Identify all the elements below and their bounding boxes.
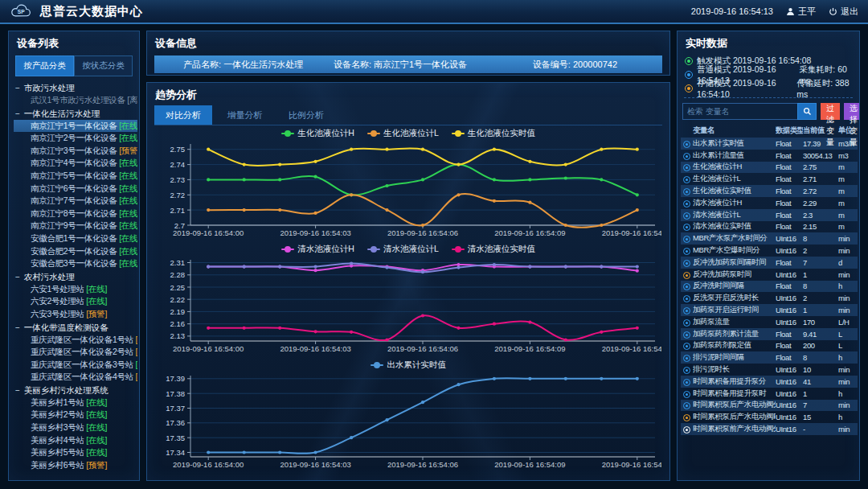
device-group[interactable]: −一体化生活污水处理 (14, 107, 137, 120)
device-item-name: 武汉1号市政污水处理设备 (31, 95, 127, 105)
legend-item[interactable]: 清水池液位实时值 (452, 244, 535, 255)
tab-by-product[interactable]: 按产品分类 (15, 55, 74, 76)
variable-row[interactable]: 时间累积泵前产水电动阀分UInt16-min (681, 423, 858, 435)
variable-type: Float (776, 173, 803, 185)
variable-row[interactable]: 清水池液位实时值Float2.15m (681, 221, 858, 233)
device-status-badge: [离线] (127, 95, 137, 105)
device-item[interactable]: 南京江宁8号一体化设备 [在线] (14, 208, 137, 220)
variable-row[interactable]: 时间累积泵后产水电动阀分UInt167min (681, 400, 858, 412)
device-item[interactable]: 南京江宁6号一体化设备 [在线] (14, 183, 137, 195)
device-item[interactable]: 南京江宁9号一体化设备 [在线] (14, 220, 137, 232)
device-group[interactable]: −美丽乡村污水处理系统 (14, 384, 137, 397)
variable-row[interactable]: 加药泵流量UInt16170L/H (681, 316, 858, 328)
device-group[interactable]: −一体化带温度检测设备 (14, 321, 137, 334)
device-item[interactable]: 南京江宁4号一体化设备 [在线] (14, 157, 137, 170)
variable-row[interactable]: 时间累积备用提升泵时UInt161h (681, 388, 858, 400)
tab-compare-analysis[interactable]: 对比分析 (154, 105, 212, 125)
variable-row[interactable]: 清水池液位计LFloat2.3m (681, 209, 858, 221)
legend-marker-icon (367, 130, 380, 137)
variable-row[interactable]: 清水池液位计HFloat2.29m (681, 197, 858, 209)
logout-button[interactable]: 退出 (829, 6, 858, 18)
header-datetime: 2019-09-16 16:54:13 (691, 6, 773, 16)
tab-by-status[interactable]: 按状态分类 (74, 55, 133, 76)
device-status-badge: [在线] (119, 208, 137, 218)
legend-item[interactable]: 生化池液位计H (281, 128, 354, 139)
device-group[interactable]: −市政污水处理 (14, 81, 137, 94)
device-item[interactable]: 六安3号处理站 [预警] (14, 308, 137, 321)
device-group[interactable]: −农村污水处理 (14, 270, 137, 283)
search-button[interactable] (797, 103, 817, 120)
device-item[interactable]: 重庆武隆区一体化设备2号站 [预警] (14, 346, 137, 359)
device-item[interactable]: 安徽合肥3号一体化设备 [在线] (14, 257, 137, 270)
legend-item[interactable]: 清水池液位计H (281, 244, 354, 255)
device-item[interactable]: 南京江宁2号一体化设备 [在线] (14, 132, 137, 145)
variable-row[interactable]: 反洗泵开启反洗时长UInt162min (681, 292, 858, 304)
device-list-title: 设备列表 (9, 31, 139, 54)
variable-row[interactable]: MBR产水空爆时间分UInt162min (681, 244, 858, 257)
variable-type: Float (776, 221, 803, 233)
variable-row[interactable]: 反冲洗时间间隔Float8h (681, 281, 858, 293)
chart-1: 生化池液位计H生化池液位计L生化池液位实时值2.72.712.722.732.7… (154, 127, 663, 241)
variable-row[interactable]: 出水累计流量值Float30054.13m3 (681, 150, 858, 162)
svg-text:2019-09-16 16:54:00: 2019-09-16 16:54:00 (173, 460, 244, 469)
variable-name: 出水累计流量值 (693, 150, 776, 162)
variable-row[interactable]: 生化池液位计HFloat2.75m (681, 162, 858, 174)
variable-row[interactable]: 时间累积泵后产水电动阀时UInt1615h (681, 411, 858, 423)
search-input[interactable] (682, 103, 797, 120)
device-item[interactable]: 重庆武隆区一体化设备1号站 [预警] (14, 334, 137, 347)
device-item[interactable]: 南京江宁3号一体化设备 [预警] (14, 145, 137, 158)
device-item[interactable]: 美丽乡村2号站 [在线] (14, 409, 137, 421)
collapse-icon[interactable]: − (15, 84, 20, 92)
device-item[interactable]: 六安1号处理站 [在线] (14, 283, 137, 296)
collapse-icon[interactable]: − (15, 386, 20, 395)
variable-row[interactable]: 时间累积备用提升泵分UInt1641min (681, 376, 858, 388)
variable-unit: min (838, 292, 858, 304)
variable-icon (683, 402, 690, 409)
svg-text:2019-09-16 16:54:03: 2019-09-16 16:54:03 (280, 228, 350, 237)
device-item[interactable]: 安徽合肥1号一体化设备 [在线] (14, 232, 137, 245)
device-item[interactable]: 美丽乡村6号站 [预警] (14, 459, 137, 472)
device-item[interactable]: 美丽乡村4号站 [在线] (14, 434, 137, 447)
device-item[interactable]: 重庆武隆区一体化设备3号站 [在线] (14, 359, 137, 372)
variable-icon (683, 355, 690, 362)
variable-row[interactable]: 加药泵药剂限定值Float200L (681, 340, 858, 352)
filter-variables-button[interactable]: 过滤变量 (821, 103, 840, 120)
variable-row[interactable]: 生化池液位实时值Float2.72m (681, 185, 858, 197)
device-item[interactable]: 美丽乡村1号站 [在线] (14, 397, 137, 409)
variable-name: 反冲洗加药泵时间 (693, 269, 776, 281)
collapse-icon[interactable]: − (15, 109, 20, 118)
device-item[interactable]: 南京江宁1号一体化设备 [在线] (14, 120, 137, 133)
header-user[interactable]: 王平 (786, 6, 816, 18)
variable-type: Float (776, 340, 803, 352)
variable-row[interactable]: MBR产水泵产水时间分UInt168min (681, 232, 858, 244)
device-item[interactable]: 美丽乡村3号站 [在线] (14, 421, 137, 434)
variable-row[interactable]: 排污泥时长UInt1610min (681, 364, 858, 376)
device-item[interactable]: 武汉1号市政污水处理设备 [离线] (14, 94, 137, 107)
svg-text:2019-09-16 16:54:06: 2019-09-16 16:54:06 (387, 228, 458, 237)
variable-row[interactable]: 反冲洗加药泵时间UInt161min (681, 269, 858, 281)
variable-value: 30054.13 (803, 150, 838, 162)
variable-row[interactable]: 反冲洗加药泵间隔时间Float7d (681, 257, 858, 269)
device-item[interactable]: 重庆武隆区一体化设备4号站 [预警] (14, 371, 137, 384)
collapse-icon[interactable]: − (15, 323, 20, 332)
device-item[interactable]: 美丽乡村5号站 [在线] (14, 446, 137, 459)
legend-item[interactable]: 清水池液位计L (367, 244, 439, 255)
legend-item[interactable]: 生化池液位计L (367, 128, 439, 139)
legend-item[interactable]: 生化池液位实时值 (452, 128, 535, 139)
device-item[interactable]: 南京江宁7号一体化设备 [在线] (14, 195, 137, 208)
variable-icon (683, 153, 690, 160)
variable-row[interactable]: 加药泵药剂累计流量Float9.41L (681, 328, 858, 340)
tab-ratio-analysis[interactable]: 比例分析 (277, 105, 335, 125)
variable-row[interactable]: 生化池液位计LFloat2.71m (681, 173, 858, 185)
device-item[interactable]: 安徽合肥2号一体化设备 [在线] (14, 245, 137, 258)
device-item[interactable]: 南京江宁5号一体化设备 [在线] (14, 170, 137, 183)
tab-increment-analysis[interactable]: 增量分析 (215, 105, 273, 125)
select-variables-button[interactable]: 选择变量 (844, 103, 860, 120)
collapse-icon[interactable]: − (15, 273, 20, 281)
device-item[interactable]: 六安2号处理站 [在线] (14, 295, 137, 308)
device-item-name: 美丽乡村6号站 (31, 460, 86, 470)
legend-item[interactable]: 出水累计实时值 (371, 360, 446, 371)
variable-row[interactable]: 排污泥时间间隔Float8h (681, 351, 858, 364)
chart-legend: 清水池液位计H清水池液位计L清水池液位实时值 (154, 243, 663, 256)
variable-row[interactable]: 加药泵开启运行时间UInt161min (681, 304, 858, 316)
